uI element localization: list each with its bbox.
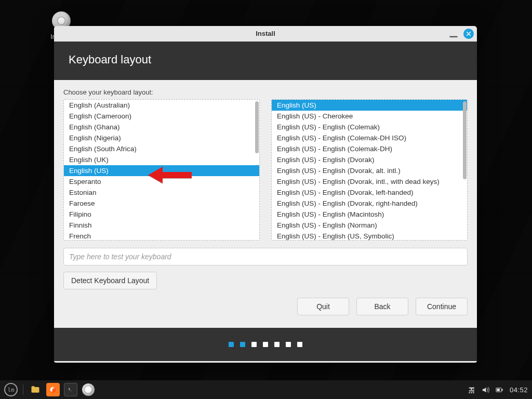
taskbar-terminal-button[interactable]: $_ bbox=[64, 383, 77, 396]
window-close-button[interactable] bbox=[463, 29, 474, 39]
list-item[interactable]: English (South Africa) bbox=[64, 143, 259, 154]
taskbar-separator bbox=[23, 384, 23, 395]
list-item[interactable]: English (Ghana) bbox=[64, 122, 259, 132]
progress-step bbox=[229, 342, 234, 347]
list-item[interactable]: Estonian bbox=[64, 187, 259, 198]
network-icon[interactable] bbox=[468, 386, 475, 394]
taskbar-firefox-button[interactable] bbox=[46, 383, 60, 396]
list-item[interactable]: English (US) - English (US, Symbolic) bbox=[272, 231, 467, 240]
list-item[interactable]: Faroese bbox=[64, 198, 259, 209]
progress-step bbox=[274, 342, 280, 347]
progress-step bbox=[297, 342, 302, 347]
scrollbar[interactable] bbox=[462, 100, 467, 240]
svg-text:$_: $_ bbox=[68, 387, 72, 391]
minimize-icon bbox=[449, 29, 458, 38]
list-item[interactable]: English (Nigeria) bbox=[64, 132, 259, 143]
list-item[interactable]: English (US) - English (Colemak) bbox=[272, 122, 467, 132]
continue-button[interactable]: Continue bbox=[416, 298, 468, 315]
list-item[interactable]: English (US) bbox=[64, 165, 259, 176]
list-item[interactable]: English (UK) bbox=[64, 154, 259, 165]
list-item[interactable]: Finnish bbox=[64, 220, 259, 231]
list-item[interactable]: English (US) - English (Dvorak, left-han… bbox=[272, 187, 467, 198]
window-minimize-button[interactable] bbox=[449, 29, 458, 38]
list-item[interactable]: English (US) - Cherokee bbox=[272, 111, 467, 122]
list-item[interactable]: English (US) bbox=[272, 100, 467, 111]
back-button[interactable]: Back bbox=[356, 298, 408, 315]
list-item[interactable]: English (US) - English (Dvorak, alt. int… bbox=[272, 165, 467, 176]
list-item[interactable]: English (US) - English (Colemak-DH) bbox=[272, 143, 467, 154]
terminal-icon: $_ bbox=[67, 386, 74, 393]
list-item[interactable]: French bbox=[64, 231, 259, 240]
detect-keyboard-button[interactable]: Detect Keyboard Layout bbox=[63, 272, 157, 289]
list-item[interactable]: Esperanto bbox=[64, 176, 259, 187]
list-item[interactable]: English (US) - English (Dvorak, intl., w… bbox=[272, 176, 467, 187]
taskbar-files-button[interactable] bbox=[29, 383, 42, 396]
scroll-thumb[interactable] bbox=[255, 101, 259, 153]
scrollbar[interactable] bbox=[254, 100, 259, 240]
progress-step bbox=[286, 342, 291, 347]
taskbar-clock[interactable]: 04:52 bbox=[510, 386, 528, 394]
installer-window: Install Keyboard layout Choose your keyb… bbox=[54, 26, 477, 363]
list-item[interactable]: English (US) - English (Colemak-DH ISO) bbox=[272, 132, 467, 143]
svg-rect-0 bbox=[450, 36, 458, 37]
battery-icon[interactable] bbox=[496, 386, 503, 394]
quit-button[interactable]: Quit bbox=[297, 298, 349, 315]
wizard-progress bbox=[54, 328, 477, 361]
window-title: Install bbox=[256, 30, 275, 37]
svg-rect-5 bbox=[497, 389, 500, 391]
page-heading: Keyboard layout bbox=[69, 53, 462, 66]
list-item[interactable]: English (Australian) bbox=[64, 100, 259, 111]
firefox-icon bbox=[49, 385, 57, 394]
window-titlebar[interactable]: Install bbox=[54, 26, 477, 42]
start-menu-button[interactable]: lm bbox=[4, 383, 18, 396]
list-item[interactable]: English (US) - English (Dvorak) bbox=[272, 154, 467, 165]
mint-logo-icon: lm bbox=[7, 387, 14, 393]
list-item[interactable]: English (US) - English (Norman) bbox=[272, 220, 467, 231]
close-icon bbox=[466, 31, 471, 36]
list-item[interactable]: Filipino bbox=[64, 209, 259, 220]
svg-rect-4 bbox=[502, 389, 503, 391]
disc-icon bbox=[82, 383, 95, 396]
progress-step bbox=[240, 342, 245, 347]
progress-step bbox=[263, 342, 268, 347]
keyboard-prompt: Choose your keyboard layout: bbox=[63, 88, 468, 96]
list-item[interactable]: English (US) - English (Dvorak, right-ha… bbox=[272, 198, 467, 209]
list-item[interactable]: English (Cameroon) bbox=[64, 111, 259, 122]
list-item[interactable]: English (US) - English (Macintosh) bbox=[272, 209, 467, 220]
scroll-thumb[interactable] bbox=[463, 101, 467, 179]
installer-header: Keyboard layout bbox=[54, 42, 477, 80]
wizard-nav: Quit Back Continue bbox=[54, 289, 477, 328]
taskbar: lm $_ 04:52 bbox=[0, 380, 532, 399]
folder-icon bbox=[30, 384, 41, 395]
taskbar-installer-button[interactable] bbox=[82, 383, 95, 396]
keyboard-language-list[interactable]: English (Australian)English (Cameroon)En… bbox=[63, 99, 260, 241]
volume-icon[interactable] bbox=[482, 386, 489, 394]
keyboard-variant-list[interactable]: English (US)English (US) - CherokeeEngli… bbox=[271, 99, 468, 241]
progress-step bbox=[251, 342, 257, 347]
keyboard-test-input[interactable] bbox=[63, 248, 468, 265]
